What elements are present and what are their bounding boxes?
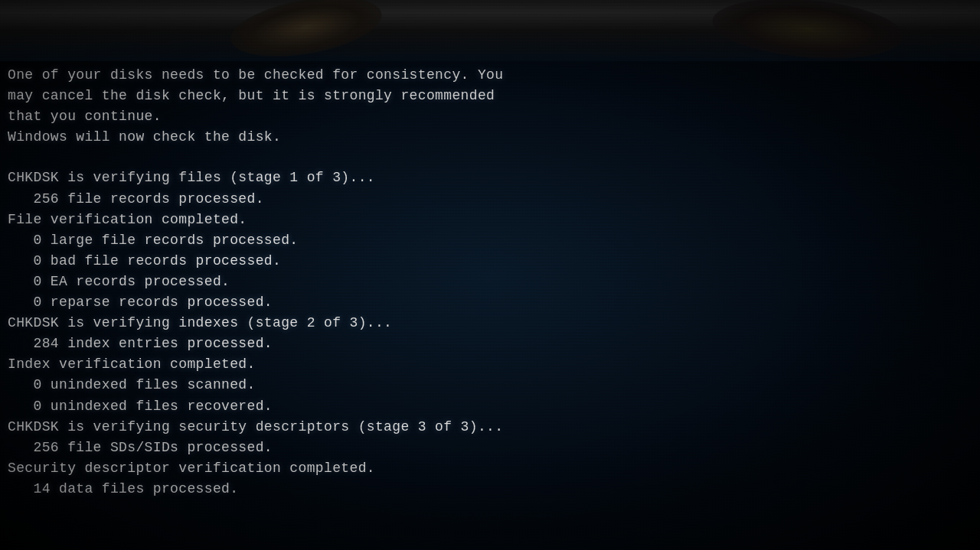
- blank-line-1: [8, 148, 972, 168]
- chkdsk-screen: One of your disks needs to be checked fo…: [0, 0, 980, 550]
- stage2-line-1: 284 index entries processed.: [8, 334, 972, 353]
- stage1-line-5: 0 EA records processed.: [8, 272, 972, 291]
- stage1-header: CHKDSK is verifying files (stage 1 of 3)…: [8, 168, 972, 187]
- stage2-line-2: Index verification completed.: [8, 354, 972, 374]
- stage2-line-4: 0 unindexed files recovered.: [8, 396, 972, 416]
- intro-line-3: that you continue.: [8, 106, 972, 126]
- intro-line-2: may cancel the disk check, but it is str…: [8, 86, 972, 106]
- stage2-header: CHKDSK is verifying indexes (stage 2 of …: [8, 313, 972, 333]
- stage2-line-3: 0 unindexed files scanned.: [8, 375, 972, 395]
- stage1-line-1: 256 file records processed.: [8, 189, 972, 209]
- intro-line-1: One of your disks needs to be checked fo…: [8, 65, 972, 85]
- hand-shape-left: [226, 0, 386, 67]
- stage1-line-2: File verification completed.: [8, 210, 972, 229]
- stage3-header: CHKDSK is verifying security descriptors…: [8, 417, 972, 437]
- intro-line-4: Windows will now check the disk.: [8, 127, 972, 147]
- photo-top-area: [0, 0, 980, 61]
- stage1-line-4: 0 bad file records processed.: [8, 251, 972, 271]
- stage3-line-1: 256 file SDs/SIDs processed.: [8, 438, 972, 457]
- stage1-line-6: 0 reparse records processed.: [8, 292, 972, 312]
- stage3-line-2: Security descriptor verification complet…: [8, 458, 972, 478]
- stage1-line-3: 0 large file records processed.: [8, 230, 972, 250]
- terminal-output: One of your disks needs to be checked fo…: [8, 65, 972, 500]
- hand-shape-right: [710, 0, 906, 66]
- stage3-line-3: 14 data files processed.: [8, 479, 972, 499]
